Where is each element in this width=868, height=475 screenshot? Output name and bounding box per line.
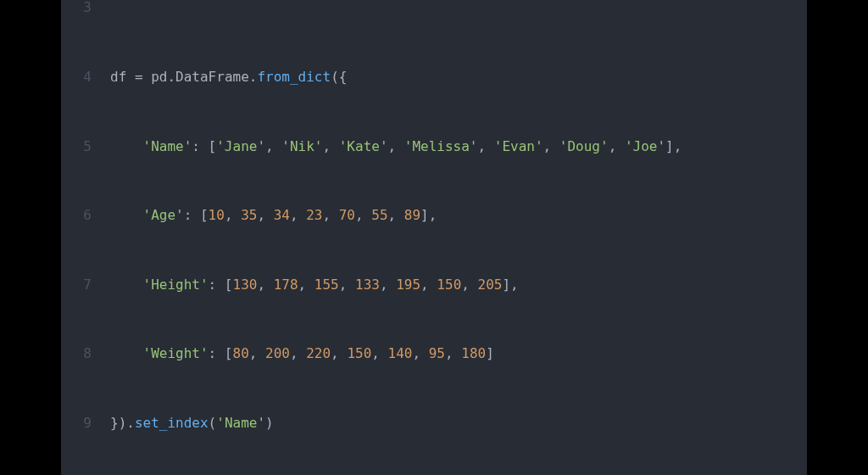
code-line: 4df = pd.DataFrame.from_dict({ xyxy=(80,65,788,88)
line-number: 6 xyxy=(80,204,110,226)
dict-key: 'Weight' xyxy=(143,342,209,365)
code-line: 5 'Name': ['Jane', 'Nik', 'Kate', 'Melis… xyxy=(80,135,788,158)
line-number: 9 xyxy=(80,411,110,434)
dict-key: 'Height' xyxy=(143,273,209,296)
code-block: 1# Drop a Pandas Dataframe Index Column … xyxy=(61,0,807,475)
code-line: 7 'Height': [130, 178, 155, 133, 195, 15… xyxy=(80,273,788,296)
code-line: 6 'Age': [10, 35, 34, 23, 70, 55, 89], xyxy=(80,204,788,226)
dict-key: 'Age' xyxy=(143,204,184,226)
line-number: 4 xyxy=(80,65,110,88)
line-number: 3 xyxy=(80,0,110,20)
code-line: 8 'Weight': [80, 200, 220, 150, 140, 95,… xyxy=(80,342,788,365)
line-number: 5 xyxy=(80,135,110,158)
line-number: 7 xyxy=(80,273,110,296)
function-call: set_index xyxy=(135,411,209,434)
var: df xyxy=(110,65,126,88)
dict-key: 'Name' xyxy=(143,135,192,158)
line-number: 8 xyxy=(80,342,110,365)
code-window: 1# Drop a Pandas Dataframe Index Column … xyxy=(61,0,807,475)
code-line: 9}).set_index('Name') xyxy=(80,411,788,434)
function-call: from_dict xyxy=(257,65,331,88)
code-line: 3 xyxy=(80,0,788,20)
